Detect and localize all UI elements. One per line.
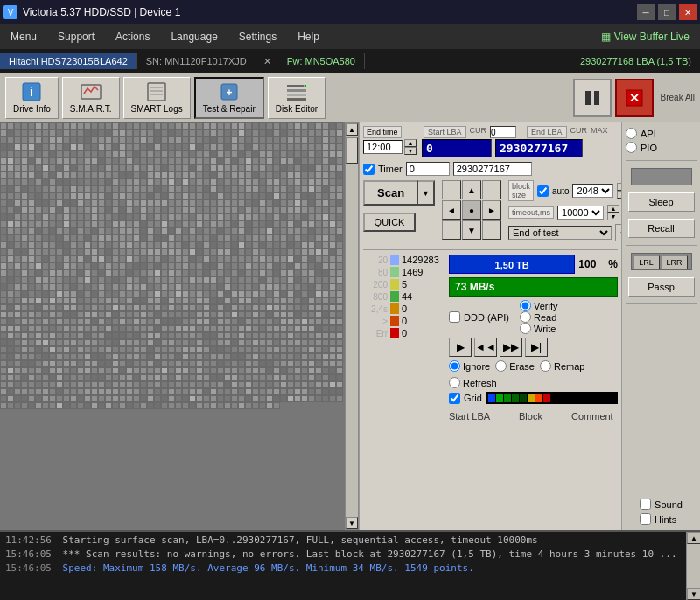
scroll-up-arrow[interactable]: ▲: [346, 123, 358, 136]
scan-button[interactable]: Scan: [363, 180, 418, 206]
cur-input[interactable]: [490, 126, 516, 138]
test-repair-button[interactable]: + Test & Repair: [194, 77, 264, 119]
map-cell: [203, 332, 210, 339]
map-cell: [266, 213, 273, 220]
scan-scrollbar[interactable]: ▲ ▼: [345, 122, 359, 530]
svg-text:+: +: [226, 87, 232, 99]
timer-start-input[interactable]: [406, 162, 450, 176]
dpad-downright: [482, 220, 501, 240]
map-cell: [133, 402, 140, 409]
grid-checkbox[interactable]: [449, 393, 460, 404]
view-buffer-live[interactable]: ▦ View Buffer Live: [591, 27, 700, 46]
end-time-input[interactable]: [363, 140, 402, 154]
end-time-up[interactable]: ▲: [404, 139, 416, 147]
map-cell: [245, 283, 252, 290]
drive-name[interactable]: Hitachi HDS723015BLA642: [0, 53, 137, 69]
menu-item-menu[interactable]: Menu: [0, 27, 47, 46]
ddd-api-checkbox[interactable]: [449, 311, 460, 323]
end-lba-input[interactable]: [495, 139, 583, 157]
quick-button[interactable]: QUICK: [363, 213, 416, 232]
fast-forward-end-button[interactable]: ▶|: [525, 338, 548, 357]
read-radio[interactable]: [520, 311, 531, 323]
map-cell: [140, 122, 147, 129]
refresh-radio[interactable]: [449, 377, 460, 388]
play-button[interactable]: ▶: [449, 338, 472, 357]
drive-close-button[interactable]: ✕: [256, 53, 278, 70]
api-radio[interactable]: [626, 128, 637, 139]
pause-button[interactable]: [573, 79, 612, 117]
block-size-select[interactable]: 2048: [572, 184, 613, 198]
dpad-down[interactable]: ▼: [462, 220, 481, 240]
sound-checkbox[interactable]: [640, 499, 651, 510]
map-cell: [287, 297, 294, 304]
timeout-down[interactable]: ▼: [607, 213, 620, 220]
sound-check-label[interactable]: Sound: [640, 499, 682, 510]
dpad-up[interactable]: ▲: [462, 180, 481, 199]
lrr-button[interactable]: LRR: [662, 255, 688, 269]
smart-logs-button[interactable]: SMART Logs: [123, 77, 191, 119]
menu-item-help[interactable]: Help: [287, 27, 330, 46]
scan-dropdown-arrow[interactable]: ▼: [418, 180, 435, 206]
log-scroll-up[interactable]: ▲: [687, 532, 700, 544]
recall-button[interactable]: Recall: [628, 219, 695, 238]
map-cell: [98, 290, 105, 297]
minimize-button[interactable]: ─: [637, 4, 654, 20]
log-scroll-down[interactable]: ▼: [687, 588, 700, 600]
map-cell: [140, 290, 147, 297]
smart-button[interactable]: S.M.A.R.T.: [62, 77, 120, 119]
erase-radio[interactable]: [495, 360, 507, 372]
map-cell: [168, 213, 175, 220]
map-cell: [252, 255, 259, 262]
map-cell: [112, 269, 119, 276]
map-cell: [294, 157, 301, 164]
remap-radio[interactable]: [540, 360, 551, 372]
timer-end-input[interactable]: [453, 162, 532, 176]
break-all-button[interactable]: ✕: [615, 79, 654, 117]
map-cell: [126, 346, 133, 353]
drive-info-button[interactable]: i Drive Info: [5, 77, 59, 119]
write-radio[interactable]: [520, 323, 531, 334]
auto-checkbox[interactable]: [537, 185, 549, 197]
dpad-right[interactable]: ►: [482, 200, 501, 220]
menu-item-settings[interactable]: Settings: [228, 27, 287, 46]
disk-editor-button[interactable]: 01 Disk Editor: [268, 77, 326, 119]
hints-check-label[interactable]: Hints: [640, 513, 682, 525]
map-cell: [189, 122, 196, 129]
pio-radio[interactable]: [626, 142, 637, 153]
verify-radio[interactable]: [520, 300, 531, 311]
map-cell: [336, 388, 343, 395]
ignore-radio[interactable]: [449, 360, 460, 372]
fast-forward-button[interactable]: ▶▶: [500, 338, 522, 357]
end-lba-cur: CUR: [570, 126, 588, 138]
end-of-test-select[interactable]: End of test: [508, 226, 612, 240]
timeout-select[interactable]: 10000: [557, 206, 604, 220]
map-cell: [161, 227, 168, 234]
menu-item-actions[interactable]: Actions: [105, 27, 160, 46]
hints-checkbox[interactable]: [640, 513, 651, 525]
map-cell: [84, 360, 91, 367]
dpad-left[interactable]: ◄: [442, 200, 461, 220]
map-cell: [161, 122, 168, 129]
close-button[interactable]: ✕: [679, 4, 696, 20]
end-time-down[interactable]: ▼: [404, 147, 416, 155]
map-cell: [238, 304, 245, 311]
scroll-thumb[interactable]: [346, 137, 358, 164]
map-cell: [112, 227, 119, 234]
lrl-button[interactable]: LRL: [634, 255, 660, 269]
map-cell: [63, 325, 70, 332]
timer-checkbox[interactable]: [363, 164, 374, 175]
map-cell: [182, 241, 189, 248]
timeout-up[interactable]: ▲: [607, 205, 620, 213]
scroll-down-arrow[interactable]: ▼: [346, 517, 358, 529]
menu-item-support[interactable]: Support: [47, 27, 105, 46]
map-cell: [280, 297, 287, 304]
rewind-button[interactable]: ◄◄: [474, 338, 497, 357]
maximize-button[interactable]: □: [658, 4, 676, 20]
start-lba-input[interactable]: [422, 139, 492, 157]
log-scrollbar[interactable]: ▲ ▼: [686, 532, 700, 600]
map-cell: [308, 143, 315, 150]
passp-button[interactable]: Passp: [628, 277, 695, 297]
map-cell: [238, 164, 245, 171]
menu-item-language[interactable]: Language: [160, 27, 228, 46]
sleep-button[interactable]: Sleep: [628, 192, 695, 212]
